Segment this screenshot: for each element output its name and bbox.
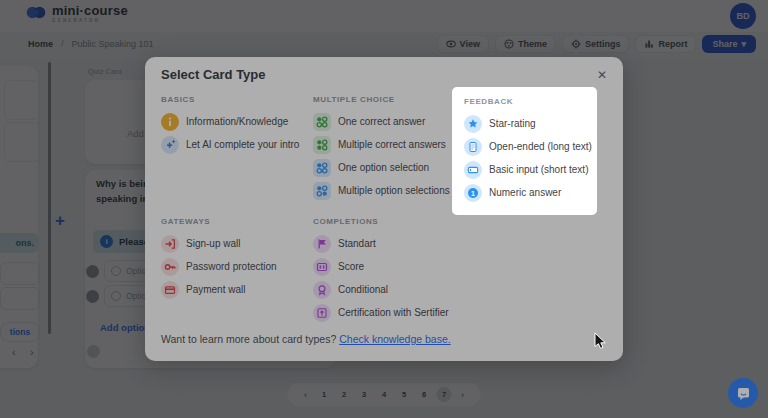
card-type-basic-input[interactable]: Basic input (short text) [464,158,597,181]
tour-dim-overlay [0,0,768,418]
app-root: mini·course GENERATOR BD Home / Public S… [0,0,768,418]
star-icon [464,115,482,133]
card-type-numeric-answer[interactable]: 1 Numeric answer [464,181,597,204]
card-type-star-rating[interactable]: Star-rating [464,112,597,135]
mouse-cursor [594,332,607,354]
item-label: Basic input (short text) [489,164,588,175]
document-icon [464,138,482,156]
item-label: Numeric answer [489,187,561,198]
section-feedback-spotlight: FEEDBACK Star-rating Open-ended (long te… [452,87,597,215]
input-field-icon [464,161,482,179]
item-label: Open-ended (long text) [489,141,592,152]
item-label: Star-rating [489,118,536,129]
section-title: FEEDBACK [464,97,597,106]
card-type-open-ended[interactable]: Open-ended (long text) [464,135,597,158]
svg-text:1: 1 [471,189,475,196]
numeric-one-icon: 1 [464,184,482,202]
